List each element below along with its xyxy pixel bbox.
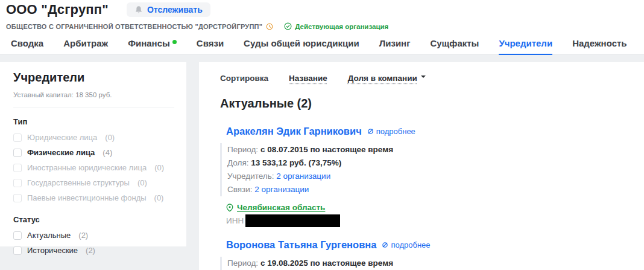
checkbox[interactable] xyxy=(13,164,22,172)
share-label: Доля: xyxy=(227,158,248,167)
period-label: Период: xyxy=(227,259,258,268)
tab-sushchfakty[interactable]: Сущфакты xyxy=(430,34,479,54)
tab-lizing[interactable]: Лизинг xyxy=(379,34,411,54)
location-pin-icon xyxy=(226,204,233,212)
tab-uchrediteli[interactable]: Учредители xyxy=(499,34,552,54)
check-circle-icon xyxy=(284,22,292,30)
founder-card: Аракелян Эдик Гарникович подробнее Перио… xyxy=(220,126,632,227)
period-value: с 08.07.2015 по настоящее время xyxy=(260,145,393,154)
founder-name-link[interactable]: Воронова Татьяна Гургеновна xyxy=(226,239,376,251)
sort-by-share-label: Доля в компании xyxy=(348,74,417,83)
filter-label: Исторические xyxy=(27,246,78,255)
founders-list-panel: Сортировка Название Доля в компании Акту… xyxy=(199,62,644,270)
checkbox[interactable] xyxy=(13,194,22,202)
filter-count: (4) xyxy=(103,148,112,157)
founder-of-label: Учредитель: xyxy=(227,172,274,181)
chevron-down-icon xyxy=(421,76,426,80)
filter-label: Паевые инвестиционные фонды xyxy=(27,193,147,202)
company-full-name: ОБЩЕСТВО С ОГРАНИЧЕННОЙ ОТВЕТСТВЕННОСТЬЮ… xyxy=(6,23,262,30)
details-link[interactable]: подробнее xyxy=(382,240,430,249)
status-badge-label: Действующая организация xyxy=(295,23,388,30)
page-title: ООО "Дсгрупп" xyxy=(6,2,109,18)
follow-button-label: Отслеживать xyxy=(147,5,203,14)
redacted-inn-value xyxy=(245,214,340,227)
history-clock-icon[interactable] xyxy=(266,23,273,30)
page-header: ООО "Дсгрупп" Отслеживать ОБЩЕСТВО С ОГР… xyxy=(0,0,644,55)
checkbox[interactable] xyxy=(13,133,22,142)
period-value: с 19.08.2025 по настоящее время xyxy=(260,259,393,268)
inn-label: ИНН xyxy=(226,216,244,225)
link-icon xyxy=(367,128,374,135)
region-link[interactable]: Челябинская область xyxy=(237,203,325,212)
founder-details: Период: с 08.07.2015 по настоящее время … xyxy=(220,143,632,196)
filter-count: (2) xyxy=(78,231,88,240)
checkbox[interactable] xyxy=(13,231,22,240)
details-link[interactable]: подробнее xyxy=(367,127,415,136)
sidebar-title: Учредители xyxy=(13,71,174,85)
company-page: ООО "Дсгрупп" Отслеживать ОБЩЕСТВО С ОГР… xyxy=(0,0,644,270)
tab-finansy-label: Финансы xyxy=(128,38,170,48)
status-filter-title: Статус xyxy=(13,215,174,224)
checkbox[interactable] xyxy=(13,149,22,157)
tab-svodka[interactable]: Сводка xyxy=(11,34,43,54)
filter-foreign-entities[interactable]: Иностранные юридические лица (0) xyxy=(13,163,174,172)
filter-actual[interactable]: Актуальные (2) xyxy=(13,231,174,240)
period-label: Период: xyxy=(227,145,258,154)
bell-icon xyxy=(134,5,143,14)
founder-card: Воронова Татьяна Гургеновна подробнее Пе… xyxy=(220,239,632,270)
new-indicator-dot xyxy=(172,40,177,44)
checkbox[interactable] xyxy=(13,179,22,187)
filter-label: Актуальные xyxy=(27,231,71,240)
filter-legal-entities[interactable]: Юридические лица (0) xyxy=(13,133,174,142)
filter-historical[interactable]: Исторические (2) xyxy=(13,246,174,255)
filter-count: (0) xyxy=(105,133,115,142)
founder-name-link[interactable]: Аракелян Эдик Гарникович xyxy=(226,126,362,137)
founder-details: Период: с 19.08.2025 по настоящее время … xyxy=(220,257,632,270)
share-value: 13 533,12 руб. (73,75%) xyxy=(251,158,341,167)
filter-count: (0) xyxy=(154,163,164,172)
details-link-label: подробнее xyxy=(376,127,415,136)
sort-label: Сортировка xyxy=(220,74,268,83)
filter-label: Иностранные юридические лица xyxy=(27,163,147,172)
connections-link[interactable]: 2 организации xyxy=(254,185,309,194)
tab-finansy[interactable]: Финансы xyxy=(128,34,177,54)
link-icon xyxy=(382,242,388,248)
connections-label: Связи: xyxy=(227,185,253,194)
tab-sudy[interactable]: Суды общей юрисдикции xyxy=(244,34,359,54)
filter-label: Физические лица xyxy=(27,148,95,157)
type-filter-title: Тип xyxy=(13,117,174,126)
filter-label: Государственные структуры xyxy=(27,178,130,187)
filter-count: (2) xyxy=(86,246,95,255)
filter-state-structures[interactable]: Государственные структуры (0) xyxy=(13,178,174,187)
sort-by-name[interactable]: Название xyxy=(289,74,327,83)
founder-of-link[interactable]: 2 организации xyxy=(276,172,330,181)
follow-button[interactable]: Отслеживать xyxy=(127,2,210,17)
filter-label: Юридические лица xyxy=(27,133,97,142)
founders-filter-panel: Учредители Уставный капитал: 18 350 руб.… xyxy=(0,62,186,246)
filter-investment-funds[interactable]: Паевые инвестиционные фонды (0) xyxy=(13,193,174,202)
checkbox[interactable] xyxy=(13,246,22,255)
charter-capital: Уставный капитал: 18 350 руб. xyxy=(13,91,174,108)
tab-arbitrazh[interactable]: Арбитраж xyxy=(63,34,108,54)
status-badge: Действующая организация xyxy=(284,22,388,30)
sort-bar: Сортировка Название Доля в компании xyxy=(220,74,632,83)
section-title: Актуальные (2) xyxy=(220,97,632,111)
tab-nadezhnost[interactable]: Надежность xyxy=(572,34,627,54)
filter-individuals[interactable]: Физические лица (4) xyxy=(13,148,174,157)
tab-bar: Сводка Арбитраж Финансы Связи Суды общей… xyxy=(0,34,644,55)
filter-count: (0) xyxy=(154,193,164,202)
sort-by-share[interactable]: Доля в компании xyxy=(348,74,426,83)
tab-svyazi[interactable]: Связи xyxy=(197,34,224,54)
details-link-label: подробнее xyxy=(391,240,430,249)
filter-count: (0) xyxy=(137,178,147,187)
